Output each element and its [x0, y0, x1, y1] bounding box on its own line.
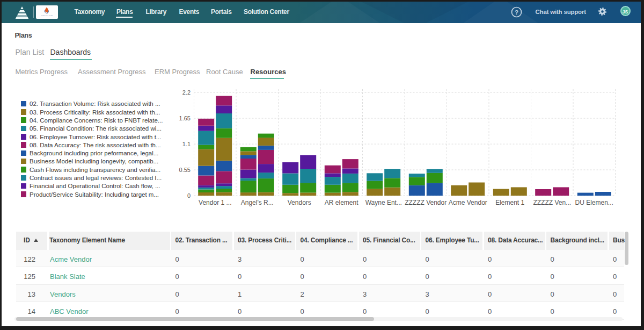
svg-text:1.65: 1.65	[179, 115, 191, 121]
svg-text:Element 1: Element 1	[495, 199, 524, 206]
svg-text:Angel's R...: Angel's R...	[241, 199, 274, 206]
svg-text:0: 0	[187, 192, 191, 199]
svg-text:?: ?	[515, 9, 518, 16]
svg-text:Wayne Ent...: Wayne Ent...	[365, 199, 402, 206]
svg-text:ZZZZZ Ven...: ZZZZZ Ven...	[533, 199, 571, 206]
svg-text:Acme Vendor: Acme Vendor	[449, 199, 487, 206]
svg-text:2.2: 2.2	[182, 89, 191, 96]
svg-text:DU Elemen...: DU Elemen...	[575, 199, 613, 206]
svg-text:ZZZZZ Vendor: ZZZZZ Vendor	[405, 199, 447, 206]
svg-text:Vendor 1 ...: Vendor 1 ...	[199, 199, 231, 206]
svg-text:0.55: 0.55	[179, 167, 191, 173]
svg-text:AR element: AR element	[325, 199, 358, 206]
svg-text:1.1: 1.1	[182, 141, 191, 147]
svg-text:Vendors: Vendors	[288, 199, 311, 206]
